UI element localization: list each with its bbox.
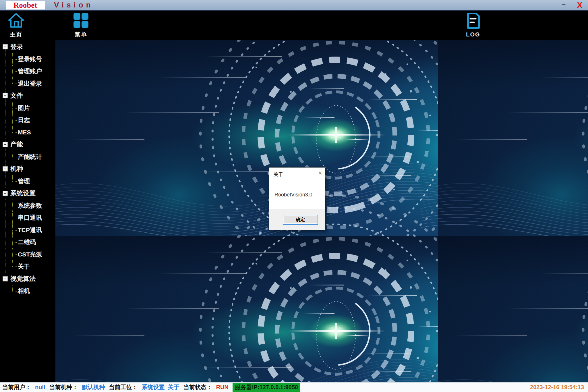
tree-expander-icon[interactable]: − [3,93,8,98]
log-label: LOG [466,31,480,38]
tree-item-label: 相机 [18,287,30,295]
tree-item-19[interactable]: −视觉算法 [0,273,55,285]
tree-item-label: 关于 [18,262,30,271]
tree-item-label: 串口通讯 [18,214,42,222]
tree-item-13[interactable]: 系统参数 [0,200,55,212]
sidebar: −登录登录账号管理账户退出登录−文件图片日志MES−产能产能统计−机种管理−系统… [0,40,55,382]
tree-item-label: 图片 [18,104,30,112]
tree-line [12,254,17,255]
tree-line [12,59,17,60]
toolbar: 主页 菜单 LOG [0,11,588,40]
tree-line [12,181,17,182]
tree-line [5,126,5,139]
tree-line [12,206,17,206]
tree-expander-icon[interactable]: − [3,44,8,49]
tree-item-3[interactable]: 退出登录 [0,78,55,90]
tree-line [5,200,5,212]
tree-item-label: 日志 [18,116,30,124]
ok-button[interactable]: 确定 [283,215,318,225]
tree-item-14[interactable]: 串口通讯 [0,212,55,224]
tree-item-18[interactable]: 关于 [0,260,55,273]
tree-line [5,248,5,261]
tree-item-label: 管理 [18,177,30,185]
tree-line [12,230,17,231]
dialog-close-icon[interactable]: × [318,169,322,177]
tree-item-label: TCP通讯 [18,226,42,234]
tree-item-label: 管理账户 [18,67,42,75]
roobet-logo-text: Roobet [13,1,37,10]
tree-item-label: 二维码 [18,238,36,246]
current-station-label: 当前工位： [109,383,138,391]
tree-line [5,260,5,273]
tree-expander-icon[interactable]: − [3,191,8,196]
tree-line [8,47,10,47]
tree-expander-icon[interactable]: − [3,276,8,281]
home-label: 主页 [10,31,22,38]
tree-item-5[interactable]: 图片 [0,102,55,114]
tree-item-16[interactable]: 二维码 [0,236,55,248]
tree-item-6[interactable]: 日志 [0,114,55,126]
tree-line [8,144,10,145]
tree-item-label: 退出登录 [18,80,42,88]
current-model-label: 当前机种： [49,383,78,391]
tree-item-17[interactable]: CST光源 [0,248,55,261]
tree-line [12,126,13,132]
tree-item-0[interactable]: −登录 [0,41,55,53]
tree-item-12[interactable]: −系统设置 [0,187,55,200]
tree-expander-icon[interactable]: − [3,166,8,171]
roobet-logo: Roobet [6,1,45,9]
tree-item-8[interactable]: −产能 [0,138,55,151]
current-state-value: RUN [216,384,229,391]
menu-label: 菜单 [75,31,87,38]
tree-item-11[interactable]: 管理 [0,175,55,188]
tree-line [8,169,10,169]
navigation-tree: −登录登录账号管理账户退出登录−文件图片日志MES−产能产能统计−机种管理−系统… [0,41,55,297]
tree-item-label: 文件 [10,91,23,100]
tree-line [5,53,5,65]
tree-line [12,157,17,157]
tree-item-label: MES [18,129,31,136]
dialog-footer: 确定 [269,209,325,230]
minimize-button[interactable]: – [560,1,567,9]
tree-line [12,175,13,181]
tree-item-9[interactable]: 产能统计 [0,151,55,163]
tree-line [12,78,13,84]
current-state-label: 当前状态： [183,383,212,391]
log-button[interactable]: LOG [462,12,485,38]
tree-item-15[interactable]: TCP通讯 [0,224,55,236]
tree-item-2[interactable]: 管理账户 [0,65,55,78]
tree-line [5,114,5,126]
timestamp: 2023-12-16 19:54:13 [530,384,584,391]
close-button[interactable]: X [576,1,583,10]
tree-line [5,102,5,114]
tree-line [12,242,17,243]
home-button[interactable]: 主页 [5,12,28,38]
tree-line [12,151,13,157]
tree-item-4[interactable]: −文件 [0,90,55,102]
tree-line [8,279,10,279]
title-bar: Roobet Vision – X [0,0,588,11]
tree-line [5,78,5,90]
tree-item-label: 系统参数 [18,202,42,210]
tree-item-7[interactable]: MES [0,126,55,139]
tree-item-1[interactable]: 登录账号 [0,53,55,65]
tree-line [12,218,17,218]
log-icon [466,12,481,30]
tree-line [12,291,17,291]
tree-line [12,71,17,72]
home-icon [7,12,25,30]
tree-item-label: 视觉算法 [10,275,36,283]
tree-item-label: 登录 [10,43,23,51]
menu-button[interactable]: 菜单 [69,12,92,38]
tree-line [12,84,17,84]
tree-expander-icon[interactable]: − [3,142,8,147]
dialog-title: 关于 [273,171,283,178]
app-window: Roobet Vision – X 主页 [0,0,588,392]
tree-item-20[interactable]: 相机 [0,285,55,297]
server-ip-badge: 服务器IP:127.0.0.1:9050 [233,383,300,392]
tree-line [12,260,13,267]
current-user-label: 当前用户： [2,383,31,391]
tree-item-label: 登录账号 [18,55,42,63]
tree-item-10[interactable]: −机种 [0,163,55,175]
tree-line [12,108,17,109]
